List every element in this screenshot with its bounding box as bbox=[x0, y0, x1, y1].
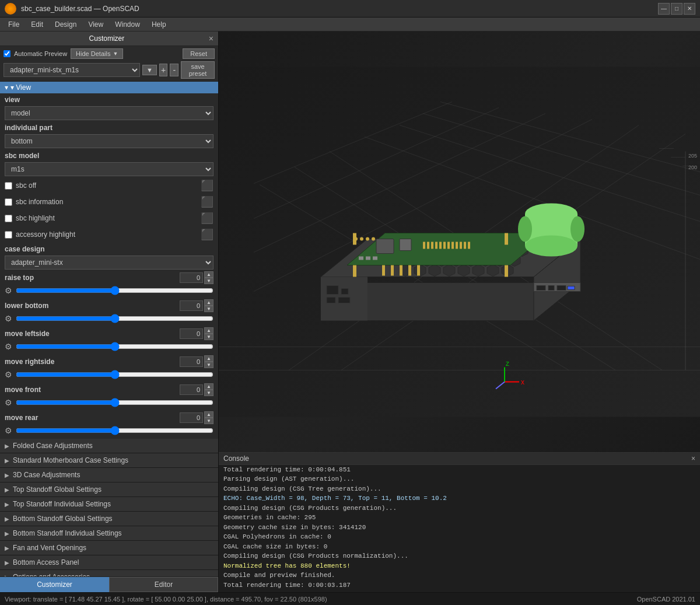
view-dropdown[interactable]: model bbox=[5, 106, 214, 120]
move-front-slider[interactable] bbox=[16, 398, 214, 407]
folded-case-header[interactable]: ▶ Folded Case Adjustments bbox=[0, 439, 218, 453]
top-standoff-individual-header[interactable]: ▶ Top Standoff Individual Settings bbox=[0, 497, 218, 511]
sbc-information-checkbox[interactable] bbox=[5, 198, 12, 206]
move-rear-decrement[interactable]: ▼ bbox=[204, 418, 214, 424]
move-rear-stepper: ▲ ▼ bbox=[204, 411, 214, 424]
fan-vent-header[interactable]: ▶ Fan and Vent Openings bbox=[0, 541, 218, 555]
bottom-access-header[interactable]: ▶ Bottom Access Panel bbox=[0, 555, 218, 569]
window-title: sbc_case_builder.scad — OpenSCAD bbox=[21, 5, 139, 13]
move-rear-increment[interactable]: ▲ bbox=[204, 411, 214, 418]
lower-bottom-decrement[interactable]: ▼ bbox=[204, 306, 214, 312]
raise-top-slider-container: ⚙ bbox=[0, 285, 218, 299]
tab-customizer[interactable]: Customizer bbox=[0, 577, 109, 592]
menu-window[interactable]: Window bbox=[109, 19, 146, 30]
view-section-label: ▾ View bbox=[10, 83, 31, 92]
menu-edit[interactable]: Edit bbox=[25, 19, 49, 30]
move-leftside-decrement[interactable]: ▼ bbox=[204, 334, 214, 340]
bottom-standoff-global-label: Bottom Standoff Global Settings bbox=[13, 515, 113, 523]
move-rear-input[interactable] bbox=[180, 412, 203, 423]
move-rear-slider[interactable] bbox=[16, 426, 214, 435]
view-section-header[interactable]: ▾ ▾ View bbox=[0, 82, 218, 93]
console-content[interactable]: Compiling design (CSG Products normaliza… bbox=[219, 465, 700, 592]
svg-rect-68 bbox=[447, 242, 450, 249]
move-rightside-slider-container: ⚙ bbox=[0, 369, 218, 383]
svg-marker-47 bbox=[458, 265, 470, 277]
sbc-model-dropdown[interactable]: m1s bbox=[5, 162, 214, 176]
case-design-dropdown[interactable]: adapter_mini-stx bbox=[5, 256, 214, 270]
console-line: Compiling design (CSG Products normaliza… bbox=[223, 551, 695, 561]
lower-bottom-increment[interactable]: ▲ bbox=[204, 299, 214, 306]
top-standoff-global-header[interactable]: ▶ Top Standoff Global Settings bbox=[0, 482, 218, 496]
menu-view[interactable]: View bbox=[82, 19, 109, 30]
menu-design[interactable]: Design bbox=[49, 19, 82, 30]
sbc-off-checkbox[interactable] bbox=[5, 182, 12, 190]
hide-details-button[interactable]: Hide Details ▼ bbox=[71, 48, 123, 59]
move-rightside-input[interactable] bbox=[180, 356, 203, 367]
lower-bottom-slider-container: ⚙ bbox=[0, 313, 218, 327]
move-rightside-slider[interactable] bbox=[16, 370, 214, 379]
svg-point-82 bbox=[372, 237, 375, 241]
svg-rect-57 bbox=[327, 286, 338, 295]
move-front-decrement[interactable]: ▼ bbox=[204, 390, 214, 396]
auto-preview-checkbox[interactable] bbox=[4, 50, 10, 57]
move-leftside-slider[interactable] bbox=[16, 342, 214, 351]
bottom-standoff-individual-arrow: ▶ bbox=[5, 530, 9, 537]
preset-arrow-button[interactable]: ▼ bbox=[142, 65, 157, 75]
status-right: OpenSCAD 2021.01 bbox=[637, 596, 695, 603]
title-bar-controls[interactable]: — □ ✕ bbox=[658, 3, 695, 15]
raise-top-row: raise top 0 ▲ ▼ bbox=[0, 271, 218, 285]
menu-file[interactable]: File bbox=[2, 19, 25, 30]
remove-preset-button[interactable]: - bbox=[170, 64, 178, 76]
standard-mb-header[interactable]: ▶ Standard Motherboard Case Settings bbox=[0, 453, 218, 467]
viewport[interactable]: 200 205 bbox=[219, 32, 700, 452]
svg-rect-63 bbox=[427, 242, 429, 249]
minimize-button[interactable]: — bbox=[658, 3, 670, 15]
add-preset-button[interactable]: + bbox=[159, 64, 168, 76]
svg-rect-66 bbox=[439, 242, 442, 249]
bottom-standoff-global-header[interactable]: ▶ Bottom Standoff Global Settings bbox=[0, 512, 218, 526]
svg-text:200: 200 bbox=[688, 165, 697, 170]
sbc-highlight-checkbox[interactable] bbox=[5, 215, 12, 222]
raise-top-slider-icon: ⚙ bbox=[5, 286, 12, 295]
move-leftside-increment[interactable]: ▲ bbox=[204, 327, 214, 334]
title-bar-left: sbc_case_builder.scad — OpenSCAD bbox=[5, 3, 139, 15]
move-front-increment[interactable]: ▲ bbox=[204, 383, 214, 390]
individual-part-dropdown[interactable]: bottom bbox=[5, 134, 214, 148]
raise-top-slider[interactable] bbox=[16, 286, 214, 295]
save-preset-button[interactable]: save preset bbox=[181, 61, 215, 79]
options-accessories-header[interactable]: ▶ Options and Accessories bbox=[0, 570, 218, 576]
move-rightside-decrement[interactable]: ▼ bbox=[204, 362, 214, 368]
preset-select[interactable]: adapter_mini-stx_m1s bbox=[4, 63, 140, 77]
maximize-button[interactable]: □ bbox=[671, 3, 682, 15]
menu-help[interactable]: Help bbox=[146, 19, 172, 30]
move-leftside-input[interactable] bbox=[180, 328, 203, 339]
svg-point-85 bbox=[525, 236, 578, 257]
raise-top-input[interactable]: 0 bbox=[180, 272, 203, 283]
console-close-button[interactable]: × bbox=[691, 454, 695, 463]
raise-top-label: raise top bbox=[5, 274, 180, 282]
svg-marker-48 bbox=[473, 265, 484, 277]
svg-rect-93 bbox=[391, 265, 394, 276]
reset-button[interactable]: Reset bbox=[183, 48, 215, 59]
svg-rect-94 bbox=[400, 265, 402, 276]
move-rightside-icon: ⚙ bbox=[5, 370, 12, 379]
lower-bottom-slider[interactable] bbox=[16, 314, 214, 323]
tab-editor[interactable]: Editor bbox=[109, 577, 218, 592]
bottom-standoff-individual-header[interactable]: ▶ Bottom Standoff Individual Settings bbox=[0, 526, 218, 540]
sbc-information-label: sbc information bbox=[16, 198, 63, 206]
accessory-highlight-checkbox[interactable] bbox=[5, 231, 12, 239]
raise-top-decrement[interactable]: ▼ bbox=[204, 278, 214, 284]
svg-marker-46 bbox=[443, 265, 455, 277]
svg-text:x: x bbox=[521, 378, 524, 386]
3d-case-header[interactable]: ▶ 3D Case Adjustments bbox=[0, 468, 218, 482]
lower-bottom-input[interactable] bbox=[180, 300, 203, 311]
raise-top-increment[interactable]: ▲ bbox=[204, 271, 214, 278]
folded-case-arrow: ▶ bbox=[5, 443, 9, 449]
customizer-close-icon[interactable]: × bbox=[209, 34, 214, 43]
status-bar: Viewport: translate = [ 71.48 45.27 15.4… bbox=[0, 592, 700, 605]
close-button[interactable]: ✕ bbox=[684, 3, 695, 15]
move-front-input[interactable] bbox=[180, 384, 203, 395]
customizer-panel: Customizer × Automatic Preview Hide Deta… bbox=[0, 32, 219, 592]
move-rightside-increment[interactable]: ▲ bbox=[204, 355, 214, 362]
sbc-off-label: sbc off bbox=[16, 181, 36, 190]
